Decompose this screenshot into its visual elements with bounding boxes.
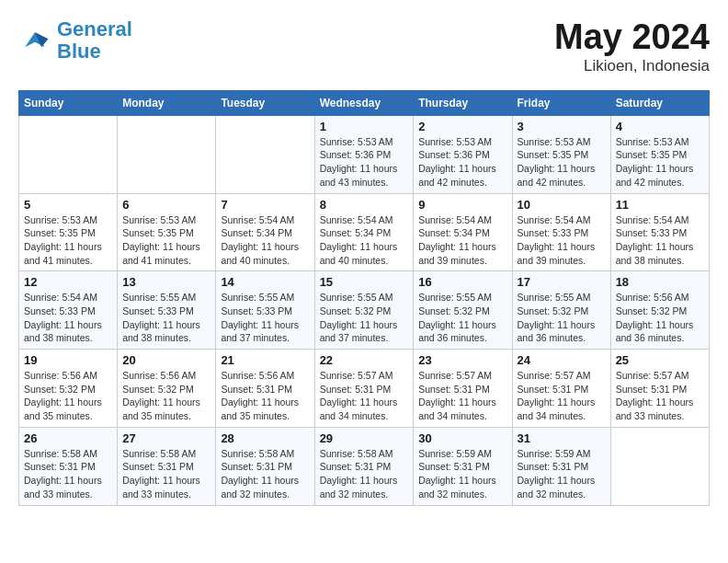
day-number: 27 — [122, 431, 210, 445]
day-info: Sunrise: 5:57 AM Sunset: 5:31 PM Dayligh… — [320, 369, 409, 423]
day-number: 3 — [518, 120, 606, 133]
calendar-cell — [118, 115, 216, 193]
day-info: Sunrise: 5:58 AM Sunset: 5:31 PM Dayligh… — [320, 447, 409, 501]
day-header: Monday — [118, 90, 216, 115]
day-number: 4 — [616, 120, 704, 133]
day-number: 30 — [418, 431, 506, 445]
day-info: Sunrise: 5:58 AM Sunset: 5:31 PM Dayligh… — [122, 447, 210, 501]
calendar-cell: 7Sunrise: 5:54 AM Sunset: 5:34 PM Daylig… — [216, 193, 314, 271]
day-number: 21 — [221, 353, 309, 367]
day-number: 25 — [616, 353, 704, 367]
calendar-cell: 19Sunrise: 5:56 AM Sunset: 5:32 PM Dayli… — [19, 350, 118, 428]
logo-text: General Blue — [57, 18, 132, 63]
calendar-cell — [216, 115, 314, 193]
day-number: 15 — [320, 275, 409, 289]
day-number: 13 — [122, 275, 210, 289]
title-area: May 2024 Likioen, Indonesia — [554, 18, 710, 75]
day-info: Sunrise: 5:57 AM Sunset: 5:31 PM Dayligh… — [518, 369, 606, 423]
day-number: 14 — [221, 275, 309, 289]
day-info: Sunrise: 5:55 AM Sunset: 5:33 PM Dayligh… — [221, 291, 309, 345]
day-info: Sunrise: 5:55 AM Sunset: 5:32 PM Dayligh… — [320, 291, 409, 345]
calendar-cell: 15Sunrise: 5:55 AM Sunset: 5:32 PM Dayli… — [314, 271, 414, 350]
calendar-cell: 31Sunrise: 5:59 AM Sunset: 5:31 PM Dayli… — [512, 427, 610, 505]
day-number: 7 — [221, 198, 309, 212]
day-number: 29 — [320, 431, 409, 445]
day-info: Sunrise: 5:53 AM Sunset: 5:35 PM Dayligh… — [616, 135, 704, 190]
calendar-cell: 23Sunrise: 5:57 AM Sunset: 5:31 PM Dayli… — [414, 350, 512, 428]
day-number: 26 — [24, 431, 112, 445]
logo-icon — [18, 24, 51, 57]
calendar-cell: 21Sunrise: 5:56 AM Sunset: 5:31 PM Dayli… — [216, 350, 314, 428]
month-title: May 2024 — [554, 18, 710, 57]
day-info: Sunrise: 5:54 AM Sunset: 5:33 PM Dayligh… — [24, 291, 112, 345]
header: General Blue May 2024 Likioen, Indonesia — [18, 18, 710, 75]
calendar-week-row: 26Sunrise: 5:58 AM Sunset: 5:31 PM Dayli… — [19, 427, 710, 505]
calendar-cell: 3Sunrise: 5:53 AM Sunset: 5:35 PM Daylig… — [512, 115, 610, 193]
calendar-cell: 8Sunrise: 5:54 AM Sunset: 5:34 PM Daylig… — [314, 193, 414, 271]
day-info: Sunrise: 5:58 AM Sunset: 5:31 PM Dayligh… — [24, 447, 112, 501]
calendar-header-row: SundayMondayTuesdayWednesdayThursdayFrid… — [19, 90, 710, 115]
day-info: Sunrise: 5:54 AM Sunset: 5:34 PM Dayligh… — [418, 213, 506, 268]
calendar-cell: 28Sunrise: 5:58 AM Sunset: 5:31 PM Dayli… — [216, 427, 314, 505]
day-number: 12 — [24, 275, 112, 289]
calendar-cell: 5Sunrise: 5:53 AM Sunset: 5:35 PM Daylig… — [19, 193, 118, 271]
day-info: Sunrise: 5:53 AM Sunset: 5:36 PM Dayligh… — [320, 135, 409, 190]
day-header: Saturday — [610, 90, 709, 115]
day-header: Wednesday — [314, 90, 414, 115]
calendar-week-row: 1Sunrise: 5:53 AM Sunset: 5:36 PM Daylig… — [19, 115, 710, 193]
day-number: 24 — [518, 353, 606, 367]
calendar-cell: 22Sunrise: 5:57 AM Sunset: 5:31 PM Dayli… — [314, 350, 414, 428]
calendar-cell: 9Sunrise: 5:54 AM Sunset: 5:34 PM Daylig… — [414, 193, 512, 271]
calendar-cell: 10Sunrise: 5:54 AM Sunset: 5:33 PM Dayli… — [512, 193, 610, 271]
day-info: Sunrise: 5:53 AM Sunset: 5:35 PM Dayligh… — [24, 213, 112, 268]
calendar-cell: 29Sunrise: 5:58 AM Sunset: 5:31 PM Dayli… — [314, 427, 414, 505]
day-number: 10 — [518, 198, 606, 212]
day-number: 16 — [418, 275, 506, 289]
day-header: Sunday — [19, 90, 118, 115]
day-number: 11 — [616, 198, 704, 212]
location: Likioen, Indonesia — [554, 57, 710, 75]
calendar-week-row: 19Sunrise: 5:56 AM Sunset: 5:32 PM Dayli… — [19, 350, 710, 428]
calendar-cell: 13Sunrise: 5:55 AM Sunset: 5:33 PM Dayli… — [118, 271, 216, 350]
day-number: 31 — [518, 431, 606, 445]
day-info: Sunrise: 5:54 AM Sunset: 5:34 PM Dayligh… — [320, 213, 409, 268]
day-number: 8 — [320, 198, 409, 212]
calendar-week-row: 5Sunrise: 5:53 AM Sunset: 5:35 PM Daylig… — [19, 193, 710, 271]
day-number: 17 — [518, 275, 606, 289]
calendar-cell: 30Sunrise: 5:59 AM Sunset: 5:31 PM Dayli… — [414, 427, 512, 505]
day-info: Sunrise: 5:53 AM Sunset: 5:35 PM Dayligh… — [122, 213, 210, 268]
day-info: Sunrise: 5:54 AM Sunset: 5:33 PM Dayligh… — [616, 213, 704, 268]
calendar-cell: 11Sunrise: 5:54 AM Sunset: 5:33 PM Dayli… — [610, 193, 709, 271]
calendar-cell: 24Sunrise: 5:57 AM Sunset: 5:31 PM Dayli… — [512, 350, 610, 428]
day-info: Sunrise: 5:57 AM Sunset: 5:31 PM Dayligh… — [616, 369, 704, 423]
day-info: Sunrise: 5:54 AM Sunset: 5:33 PM Dayligh… — [518, 213, 606, 268]
calendar-cell — [610, 427, 709, 505]
calendar-cell: 27Sunrise: 5:58 AM Sunset: 5:31 PM Dayli… — [118, 427, 216, 505]
day-number: 1 — [320, 120, 409, 133]
day-info: Sunrise: 5:59 AM Sunset: 5:31 PM Dayligh… — [418, 447, 506, 501]
day-number: 5 — [24, 198, 112, 212]
day-number: 9 — [418, 198, 506, 212]
calendar-cell: 20Sunrise: 5:56 AM Sunset: 5:32 PM Dayli… — [118, 350, 216, 428]
calendar-cell — [19, 115, 118, 193]
day-number: 20 — [122, 353, 210, 367]
calendar-cell: 16Sunrise: 5:55 AM Sunset: 5:32 PM Dayli… — [414, 271, 512, 350]
calendar-table: SundayMondayTuesdayWednesdayThursdayFrid… — [18, 90, 710, 506]
day-info: Sunrise: 5:57 AM Sunset: 5:31 PM Dayligh… — [418, 369, 506, 423]
day-number: 23 — [418, 353, 506, 367]
day-info: Sunrise: 5:55 AM Sunset: 5:32 PM Dayligh… — [518, 291, 606, 345]
calendar-cell: 18Sunrise: 5:56 AM Sunset: 5:32 PM Dayli… — [610, 271, 709, 350]
day-info: Sunrise: 5:56 AM Sunset: 5:32 PM Dayligh… — [616, 291, 704, 345]
day-info: Sunrise: 5:55 AM Sunset: 5:33 PM Dayligh… — [122, 291, 210, 345]
day-number: 19 — [24, 353, 112, 367]
day-header: Friday — [512, 90, 610, 115]
calendar-cell: 4Sunrise: 5:53 AM Sunset: 5:35 PM Daylig… — [610, 115, 709, 193]
day-info: Sunrise: 5:53 AM Sunset: 5:36 PM Dayligh… — [418, 135, 506, 190]
day-number: 6 — [122, 198, 210, 212]
day-info: Sunrise: 5:53 AM Sunset: 5:35 PM Dayligh… — [518, 135, 606, 190]
calendar-cell: 17Sunrise: 5:55 AM Sunset: 5:32 PM Dayli… — [512, 271, 610, 350]
day-number: 22 — [320, 353, 409, 367]
calendar-cell: 1Sunrise: 5:53 AM Sunset: 5:36 PM Daylig… — [314, 115, 414, 193]
calendar-cell: 2Sunrise: 5:53 AM Sunset: 5:36 PM Daylig… — [414, 115, 512, 193]
day-info: Sunrise: 5:54 AM Sunset: 5:34 PM Dayligh… — [221, 213, 309, 268]
